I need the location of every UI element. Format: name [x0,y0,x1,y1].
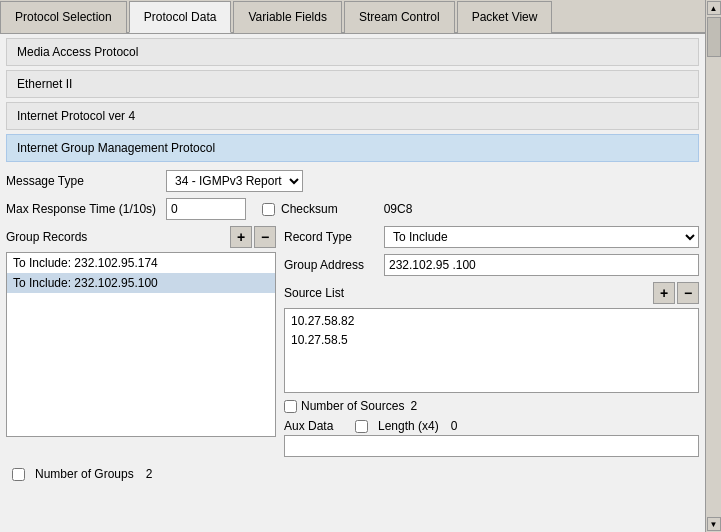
message-type-row: Message Type 34 - IGMPv3 Report [6,170,699,192]
length-checkbox[interactable] [355,420,368,433]
left-panel: Group Records + − To Include: 232.102.95… [6,226,276,457]
num-sources-value: 2 [410,399,417,413]
max-response-input[interactable] [166,198,246,220]
tab-protocol-selection[interactable]: Protocol Selection [0,1,127,33]
tab-stream-control[interactable]: Stream Control [344,1,455,33]
tab-variable-fields[interactable]: Variable Fields [233,1,341,33]
group-records-header: Group Records + − [6,226,276,248]
group-records-title: Group Records [6,230,87,244]
max-response-label: Max Response Time (1/10s) [6,202,166,216]
checksum-row: Checksum 09C8 [262,202,412,216]
remove-group-record-button[interactable]: − [254,226,276,248]
message-type-select[interactable]: 34 - IGMPv3 Report [166,170,303,192]
num-groups-row: Number of Groups 2 [6,467,699,481]
scroll-thumb[interactable] [707,17,721,57]
num-groups-label: Number of Groups [35,467,134,481]
source-item: 10.27.58.5 [291,331,692,350]
list-item[interactable]: To Include: 232.102.95.174 [7,253,275,273]
scroll-up-arrow[interactable]: ▲ [707,1,721,15]
num-groups-checkbox[interactable] [12,468,25,481]
checksum-checkbox[interactable] [262,203,275,216]
page-main: Protocol Selection Protocol Data Variabl… [0,0,705,532]
add-group-record-button[interactable]: + [230,226,252,248]
aux-data-input[interactable] [284,435,699,457]
record-type-label: Record Type [284,230,384,244]
record-type-select[interactable]: To Include To Exclude Change To Include … [384,226,699,248]
source-list-title: Source List [284,286,344,300]
checksum-value: 09C8 [384,202,413,216]
main-content: Message Type 34 - IGMPv3 Report Max Resp… [0,162,705,489]
group-address-label: Group Address [284,258,384,272]
tab-packet-view[interactable]: Packet View [457,1,553,33]
num-groups-value: 2 [146,467,153,481]
length-value: 0 [451,419,458,433]
message-type-label: Message Type [6,174,166,188]
record-type-row: Record Type To Include To Exclude Change… [284,226,699,248]
source-list-header: Source List + − [284,282,699,304]
remove-source-button[interactable]: − [677,282,699,304]
num-sources-label: Number of Sources [301,399,404,413]
aux-data-label: Aux Data [284,419,349,433]
checksum-label: Checksum [281,202,338,216]
group-address-input[interactable] [384,254,699,276]
max-response-row: Max Response Time (1/10s) Checksum 09C8 [6,198,699,220]
group-records-list[interactable]: To Include: 232.102.95.174 To Include: 2… [6,252,276,437]
scrollbar[interactable]: ▲ ▼ [705,0,721,532]
add-source-button[interactable]: + [653,282,675,304]
list-item[interactable]: To Include: 232.102.95.100 [7,273,275,293]
source-list-buttons: + − [653,282,699,304]
layer-ethernet[interactable]: Ethernet II [6,70,699,98]
aux-input-row [284,435,699,457]
layer-ipv4[interactable]: Internet Protocol ver 4 [6,102,699,130]
source-list-box[interactable]: 10.27.58.82 10.27.58.5 [284,308,699,393]
num-sources-row: Number of Sources 2 [284,399,699,413]
length-label: Length (x4) [378,419,439,433]
tab-protocol-data[interactable]: Protocol Data [129,1,232,33]
group-records-buttons: + − [230,226,276,248]
two-col-layout: Group Records + − To Include: 232.102.95… [6,226,699,457]
page-wrapper: Protocol Selection Protocol Data Variabl… [0,0,721,532]
aux-data-row: Aux Data Length (x4) 0 [284,419,699,433]
source-item: 10.27.58.82 [291,312,692,331]
layer-media-access[interactable]: Media Access Protocol [6,38,699,66]
right-panel: Record Type To Include To Exclude Change… [284,226,699,457]
layer-igmp[interactable]: Internet Group Management Protocol [6,134,699,162]
tab-bar: Protocol Selection Protocol Data Variabl… [0,0,705,34]
scroll-down-arrow[interactable]: ▼ [707,517,721,531]
group-address-row: Group Address [284,254,699,276]
num-sources-checkbox[interactable] [284,400,297,413]
